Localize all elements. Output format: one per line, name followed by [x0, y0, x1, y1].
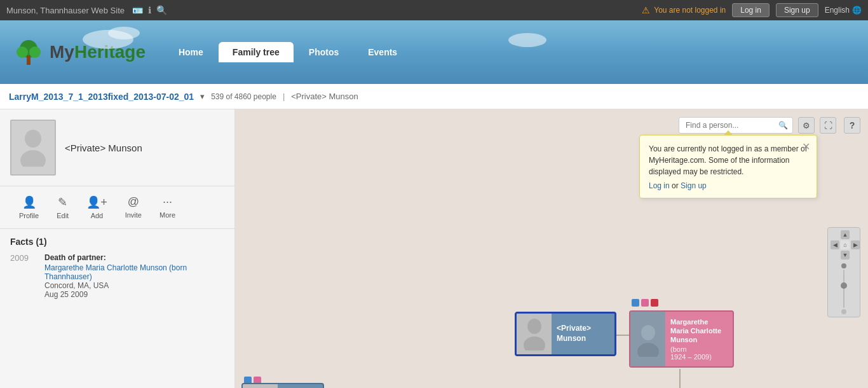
tooltip-login-link[interactable]: Log in — [649, 181, 670, 190]
zoom-line — [843, 270, 844, 308]
node-private-cooper-male[interactable]: <Private>Cooper — [241, 383, 324, 388]
node-info: <Private>Munson — [552, 314, 614, 354]
topbar-help-icon[interactable]: ℹ — [148, 5, 151, 15]
nav-right-button[interactable]: ▶ — [851, 240, 860, 249]
facts-title: Facts (1) — [10, 237, 224, 247]
svg-point-10 — [641, 325, 655, 340]
nav-empty-br — [851, 251, 860, 260]
site-name: Munson, Thannhauser Web Site — [6, 6, 125, 15]
logo-my: My — [50, 42, 74, 62]
nav-left-button[interactable]: ◀ — [831, 240, 839, 249]
fact-date: Aug 25 2009 — [44, 290, 224, 299]
person-silhouette-icon — [522, 317, 547, 350]
warning-icon: ⚠ — [642, 5, 650, 15]
fact-detail: Death of partner: Margarethe Maria Charl… — [44, 253, 224, 299]
topbar-icons: 🪪 ℹ 🔍 — [132, 5, 167, 15]
margarethe-photo — [635, 324, 661, 357]
zoom-dot-1[interactable] — [841, 263, 846, 268]
navigation-widget: ▲ ◀ ⌂ ▶ ▼ — [827, 227, 860, 317]
add-button[interactable]: 👤+ Add — [78, 191, 116, 223]
nav-home-button[interactable]: ⌂ — [841, 240, 850, 249]
mini-icon-pink — [641, 299, 649, 307]
zoom-dot-2[interactable] — [841, 309, 846, 314]
not-logged-in-text: You are not logged in — [654, 6, 726, 15]
node-private-munson-main[interactable]: <Private>Munson — [515, 312, 616, 356]
language-selector[interactable]: English 🌐 — [825, 6, 862, 15]
fact-person-link[interactable]: Margarethe Maria Charlotte Munson (born … — [44, 263, 224, 281]
node-margarethe[interactable]: MargaretheMaria CharlotteMunson (born192… — [629, 310, 734, 368]
signup-button[interactable]: Sign up — [776, 3, 818, 17]
profile-button[interactable]: 👤 Profile — [10, 191, 48, 223]
zoom-slider[interactable] — [831, 263, 857, 314]
invite-icon: @ — [128, 195, 139, 209]
node-margarethe-name: MargaretheMaria CharlotteMunson — [670, 317, 728, 345]
nav-down-button[interactable]: ▼ — [841, 251, 850, 260]
tab-home[interactable]: Home — [165, 42, 217, 62]
invite-label: Invite — [125, 211, 142, 219]
cloud-decoration-2 — [108, 27, 140, 39]
invite-button[interactable]: @ Invite — [116, 191, 151, 223]
topbar-id-icon[interactable]: 🪪 — [132, 5, 143, 15]
topbar: Munson, Thannhauser Web Site 🪪 ℹ 🔍 ⚠ You… — [0, 0, 868, 20]
mini-icon-red — [651, 299, 658, 307]
breadcrumb-bar: LarryM_2013_7_1_2013fixed_2013-07-02_01 … — [0, 84, 868, 109]
node-margarethe-info: MargaretheMaria CharlotteMunson (born192… — [665, 312, 733, 366]
nav-empty-tr — [851, 230, 860, 239]
fullscreen-ctrl-button[interactable]: ⛶ — [820, 117, 836, 134]
tooltip-arrow — [723, 130, 733, 135]
globe-icon: 🌐 — [852, 6, 862, 15]
action-bar: 👤 Profile ✎ Edit 👤+ Add @ Invite ··· Mor… — [0, 186, 234, 229]
tooltip-signup-link[interactable]: Sign up — [681, 181, 707, 190]
node-name: <Private>Munson — [557, 324, 609, 343]
tooltip-close-button[interactable]: ✕ — [802, 141, 810, 153]
fact-location: Concord, MA, USA — [44, 281, 224, 290]
find-person-input[interactable] — [679, 117, 793, 134]
breadcrumb-count: 539 of 4860 people — [211, 92, 276, 101]
language-text: English — [825, 6, 850, 15]
warning-area: ⚠ You are not logged in — [642, 5, 726, 15]
mini-icons — [632, 299, 658, 307]
node-margarethe-dates: (born1924 – 2009) — [670, 345, 728, 361]
person-card: <Private> Munson — [0, 109, 234, 186]
tab-events[interactable]: Events — [354, 42, 411, 62]
edit-button[interactable]: ✎ Edit — [48, 191, 78, 223]
breadcrumb-dropdown[interactable]: ▾ — [200, 92, 205, 101]
breadcrumb-person: <Private> Munson — [291, 92, 358, 101]
person-name: <Private> Munson — [65, 142, 142, 153]
more-icon: ··· — [163, 195, 172, 209]
node-photo-margarethe — [630, 312, 665, 368]
topbar-right: ⚠ You are not logged in Log in Sign up E… — [642, 3, 862, 17]
svg-point-4 — [25, 130, 41, 148]
add-icon: 👤+ — [86, 195, 107, 209]
edit-label: Edit — [57, 212, 69, 219]
add-label: Add — [91, 212, 104, 219]
more-label: More — [159, 211, 175, 219]
fact-year: 2009 — [10, 253, 36, 299]
tree-area[interactable]: ✕ You are currently not logged in as a m… — [235, 109, 868, 388]
breadcrumb-tree-name[interactable]: LarryM_2013_7_1_2013fixed_2013-07-02_01 — [9, 92, 194, 102]
facts-section: Facts (1) 2009 Death of partner: Margare… — [0, 229, 234, 312]
avatar — [10, 120, 56, 176]
navigation-tabs: Home Family tree Photos Events — [165, 42, 411, 62]
tab-family-tree[interactable]: Family tree — [219, 42, 294, 62]
svg-point-11 — [637, 343, 659, 357]
node-cooper-m-info: <Private>Cooper — [278, 384, 323, 388]
not-logged-in-tooltip: ✕ You are currently not logged in as a m… — [639, 135, 817, 198]
settings-ctrl-button[interactable]: ⚙ — [798, 117, 815, 134]
topbar-search-icon[interactable]: 🔍 — [156, 5, 167, 15]
sidebar: ◀ <Private> Munson 👤 Profile ✎ Edit � — [0, 109, 235, 388]
nav-up-button[interactable]: ▲ — [841, 230, 850, 239]
tab-photos[interactable]: Photos — [295, 42, 353, 62]
find-search-icon: 🔍 — [778, 121, 788, 130]
login-button[interactable]: Log in — [732, 3, 770, 17]
more-button[interactable]: ··· More — [151, 191, 184, 223]
nav-arrows: ▲ ◀ ⌂ ▶ ▼ — [831, 230, 857, 260]
main-content: ◀ <Private> Munson 👤 Profile ✎ Edit � — [0, 109, 868, 388]
breadcrumb-separator: | — [283, 92, 285, 101]
header: MyHeritage Home Family tree Photos Event… — [0, 20, 868, 84]
svg-point-3 — [29, 46, 41, 58]
zoom-handle[interactable] — [841, 282, 847, 289]
fact-item: 2009 Death of partner: Margarethe Maria … — [10, 253, 224, 299]
profile-label: Profile — [19, 212, 39, 219]
topbar-left: Munson, Thannhauser Web Site 🪪 ℹ 🔍 — [6, 5, 167, 15]
